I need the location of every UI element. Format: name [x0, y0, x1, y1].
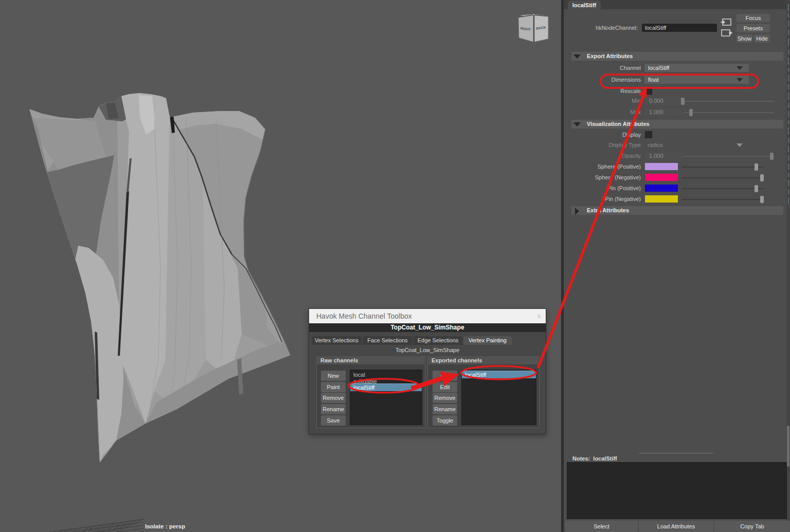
svg-text:Isolate : persp: Isolate : persp [145, 523, 185, 529]
